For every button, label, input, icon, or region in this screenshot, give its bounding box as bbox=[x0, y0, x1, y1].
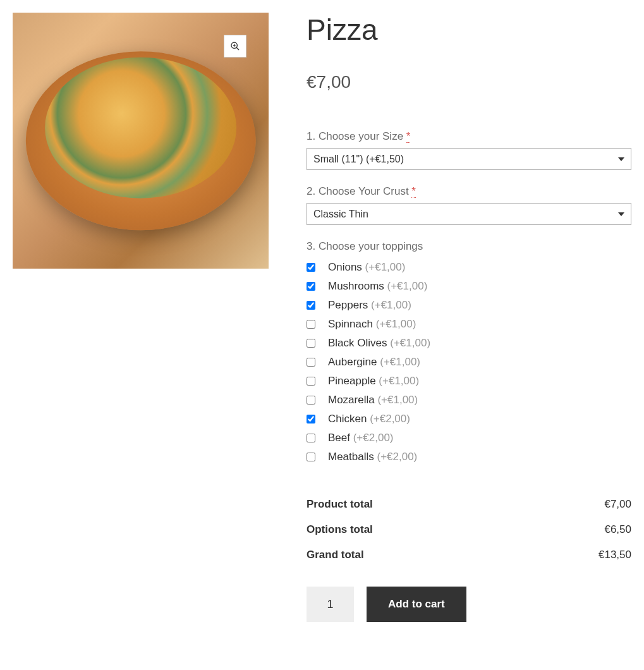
topping-price: (+€2,00) bbox=[353, 432, 394, 444]
topping-price: (+€1,00) bbox=[371, 299, 411, 311]
topping-price: (+€1,00) bbox=[365, 261, 406, 273]
topping-label[interactable]: Mushrooms (+€1,00) bbox=[328, 280, 427, 293]
svg-line-1 bbox=[236, 47, 239, 50]
zoom-in-icon bbox=[230, 41, 240, 51]
required-indicator: * bbox=[406, 130, 411, 143]
options-total-row: Options total €6,50 bbox=[307, 517, 631, 542]
topping-price: (+€1,00) bbox=[380, 356, 420, 368]
topping-label[interactable]: Pineapple (+€1,00) bbox=[328, 375, 419, 387]
topping-checkbox[interactable] bbox=[307, 377, 315, 386]
topping-label[interactable]: Mozarella (+€1,00) bbox=[328, 394, 418, 406]
topping-label[interactable]: Peppers (+€1,00) bbox=[328, 299, 411, 312]
topping-checkbox[interactable] bbox=[307, 339, 315, 348]
topping-checkbox[interactable] bbox=[307, 282, 315, 291]
crust-label: 2. Choose Your Crust * bbox=[307, 185, 631, 198]
product-total-label: Product total bbox=[307, 498, 373, 511]
topping-price: (+€1,00) bbox=[377, 394, 418, 406]
grand-total-label: Grand total bbox=[307, 549, 364, 561]
options-total-value: €6,50 bbox=[604, 523, 631, 536]
topping-label[interactable]: Beef (+€2,00) bbox=[328, 432, 394, 444]
toppings-label: 3. Choose your toppings bbox=[307, 240, 631, 253]
topping-row: Mozarella (+€1,00) bbox=[307, 391, 631, 410]
grand-total-row: Grand total €13,50 bbox=[307, 542, 631, 568]
topping-price: (+€2,00) bbox=[370, 413, 410, 425]
topping-price: (+€1,00) bbox=[376, 318, 416, 330]
topping-row: Mushrooms (+€1,00) bbox=[307, 277, 631, 296]
topping-row: Peppers (+€1,00) bbox=[307, 296, 631, 315]
size-select[interactable]: Small (11") (+€1,50) bbox=[307, 148, 631, 170]
size-label: 1. Choose your Size * bbox=[307, 130, 631, 143]
topping-checkbox[interactable] bbox=[307, 434, 315, 442]
topping-row: Meatballs (+€2,00) bbox=[307, 448, 631, 466]
topping-label[interactable]: Spinnach (+€1,00) bbox=[328, 318, 416, 331]
topping-checkbox[interactable] bbox=[307, 453, 315, 461]
topping-checkbox[interactable] bbox=[307, 415, 315, 423]
product-title: Pizza bbox=[307, 13, 631, 47]
topping-label[interactable]: Black Olives (+€1,00) bbox=[328, 337, 430, 350]
topping-label[interactable]: Aubergine (+€1,00) bbox=[328, 356, 420, 368]
product-total-row: Product total €7,00 bbox=[307, 492, 631, 517]
quantity-input[interactable] bbox=[307, 587, 354, 622]
grand-total-value: €13,50 bbox=[598, 549, 631, 561]
zoom-button[interactable] bbox=[224, 35, 246, 58]
crust-select[interactable]: Classic Thin bbox=[307, 203, 631, 225]
topping-row: Beef (+€2,00) bbox=[307, 429, 631, 448]
required-indicator: * bbox=[411, 185, 416, 198]
topping-row: Aubergine (+€1,00) bbox=[307, 353, 631, 372]
topping-label[interactable]: Chicken (+€2,00) bbox=[328, 413, 410, 425]
topping-row: Onions (+€1,00) bbox=[307, 258, 631, 277]
topping-label[interactable]: Meatballs (+€2,00) bbox=[328, 451, 417, 463]
toppings-list: Onions (+€1,00)Mushrooms (+€1,00)Peppers… bbox=[307, 258, 631, 466]
topping-checkbox[interactable] bbox=[307, 301, 315, 310]
topping-price: (+€1,00) bbox=[390, 337, 430, 349]
topping-checkbox[interactable] bbox=[307, 320, 315, 329]
topping-price: (+€1,00) bbox=[379, 375, 419, 387]
topping-checkbox[interactable] bbox=[307, 263, 315, 272]
topping-row: Pineapple (+€1,00) bbox=[307, 372, 631, 391]
topping-row: Chicken (+€2,00) bbox=[307, 410, 631, 429]
product-total-value: €7,00 bbox=[604, 498, 631, 511]
topping-price: (+€1,00) bbox=[387, 280, 428, 292]
options-total-label: Options total bbox=[307, 523, 373, 536]
topping-row: Black Olives (+€1,00) bbox=[307, 334, 631, 353]
product-price: €7,00 bbox=[307, 72, 631, 92]
topping-label[interactable]: Onions (+€1,00) bbox=[328, 261, 405, 274]
topping-checkbox[interactable] bbox=[307, 396, 315, 405]
add-to-cart-button[interactable]: Add to cart bbox=[367, 587, 466, 622]
totals-section: Product total €7,00 Options total €6,50 … bbox=[307, 492, 631, 568]
topping-row: Spinnach (+€1,00) bbox=[307, 315, 631, 334]
topping-checkbox[interactable] bbox=[307, 358, 315, 367]
topping-price: (+€2,00) bbox=[377, 451, 417, 463]
